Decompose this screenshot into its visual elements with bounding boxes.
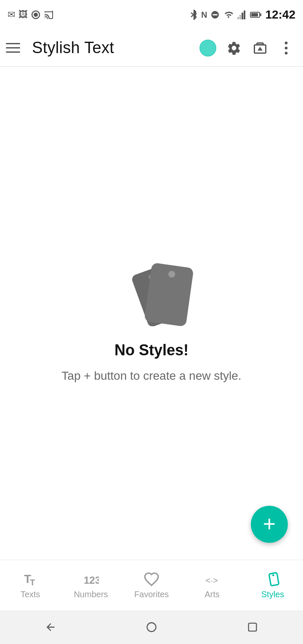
cast-icon — [44, 11, 54, 19]
image-icon: 🖼 — [19, 9, 28, 20]
svg-rect-5 — [239, 15, 241, 19]
svg-point-24 — [147, 623, 156, 632]
svg-rect-6 — [242, 13, 243, 19]
svg-rect-3 — [213, 14, 218, 16]
menu-button[interactable] — [6, 39, 24, 57]
nav-item-styles[interactable]: Styles — [242, 560, 303, 610]
nav-label-texts: Texts — [21, 590, 40, 599]
app-title: Stylish Text — [32, 39, 189, 57]
fab-plus-icon: + — [263, 513, 276, 535]
time-display: 12:42 — [265, 8, 295, 21]
svg-point-13 — [285, 51, 288, 54]
home-icon — [146, 621, 157, 633]
teal-indicator-button[interactable] — [197, 37, 219, 59]
nav-item-texts[interactable]: T T Texts — [0, 560, 61, 610]
back-button[interactable] — [40, 617, 61, 638]
empty-illustration — [105, 242, 198, 341]
email-icon: ✉ — [8, 9, 15, 20]
svg-point-12 — [285, 46, 288, 49]
nav-label-numbers: Numbers — [74, 590, 108, 599]
nav-item-favorites[interactable]: Favorites — [121, 560, 182, 610]
texts-icon: T T — [22, 571, 38, 587]
bottom-nav: T T Texts 123 Numbers Favorites <·> Arts — [0, 560, 303, 610]
more-options-button[interactable] — [275, 37, 297, 59]
status-bar: ✉ 🖼 N 12:42 — [0, 0, 303, 30]
svg-rect-10 — [260, 13, 261, 16]
arts-icon: <·> — [204, 571, 220, 587]
signal-icon — [237, 10, 247, 19]
gear-icon — [226, 40, 242, 56]
svg-rect-25 — [249, 623, 257, 631]
nfc-icon: N — [201, 10, 207, 20]
menu-icon-line2 — [6, 47, 20, 48]
status-bar-left: ✉ 🖼 — [8, 9, 54, 20]
briefcase-icon — [252, 40, 268, 56]
home-button[interactable] — [141, 617, 162, 638]
bluetooth-icon — [190, 9, 198, 20]
store-button[interactable] — [249, 37, 271, 59]
circle-icon — [31, 10, 40, 19]
svg-text:<·>: <·> — [205, 575, 218, 585]
recents-icon — [247, 621, 258, 633]
recents-button[interactable] — [242, 617, 263, 638]
nav-label-arts: Arts — [205, 590, 220, 599]
teal-circle — [199, 40, 216, 56]
nav-label-favorites: Favorites — [134, 590, 169, 599]
nav-item-numbers[interactable]: 123 Numbers — [61, 560, 121, 610]
heart-icon — [144, 571, 159, 587]
status-bar-right: N 12:42 — [190, 8, 295, 21]
svg-point-23 — [272, 574, 275, 577]
styles-icon — [265, 571, 281, 587]
app-bar-actions — [197, 37, 297, 59]
system-nav-bar — [0, 610, 303, 644]
main-content: No Styles! Tap + button to create a new … — [0, 67, 303, 560]
nav-item-arts[interactable]: <·> Arts — [182, 560, 242, 610]
menu-icon-line1 — [6, 43, 20, 44]
app-bar: Stylish Text — [0, 30, 303, 67]
menu-icon-line3 — [6, 51, 20, 53]
fab-add-button[interactable]: + — [251, 506, 288, 543]
svg-point-11 — [285, 41, 288, 44]
svg-rect-9 — [251, 13, 258, 16]
minus-circle-icon — [210, 10, 220, 19]
empty-state-subtitle: Tap + button to create a new style. — [61, 368, 241, 384]
battery-icon — [250, 11, 262, 18]
svg-point-1 — [34, 13, 38, 17]
svg-text:T: T — [30, 578, 35, 587]
svg-rect-4 — [237, 17, 239, 19]
wifi-icon — [223, 11, 234, 19]
svg-rect-16 — [144, 263, 194, 326]
numbers-icon: 123 — [83, 571, 99, 587]
svg-text:123: 123 — [84, 574, 99, 586]
svg-rect-7 — [244, 11, 245, 19]
nav-label-styles: Styles — [261, 590, 284, 599]
vertical-dots-icon — [284, 40, 288, 56]
back-icon — [45, 621, 56, 633]
empty-state-title: No Styles! — [114, 341, 189, 359]
settings-button[interactable] — [223, 37, 245, 59]
